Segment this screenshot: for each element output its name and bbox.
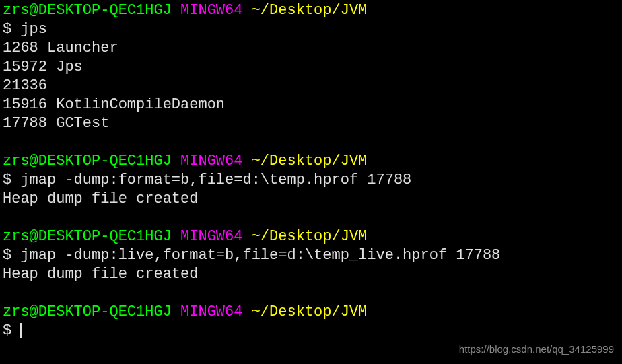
user-host: zrs@DESKTOP-QEC1HGJ xyxy=(3,2,172,19)
blank-line xyxy=(3,209,619,227)
prompt-symbol: $ xyxy=(3,21,11,38)
env-label: MINGW64 xyxy=(180,153,242,170)
blank-line xyxy=(3,284,619,303)
command-text: jmap -dump:live,format=b,file=d:\temp_li… xyxy=(20,247,500,264)
prompt-line: zrs@DESKTOP-QEC1HGJ MINGW64 ~/Desktop/JV… xyxy=(3,1,619,20)
env-label: MINGW64 xyxy=(180,228,242,245)
watermark-text: https://blog.csdn.net/qq_34125999 xyxy=(459,340,614,359)
output-line: 1268 Launcher xyxy=(3,39,619,58)
cwd-path: ~/Desktop/JVM xyxy=(252,2,368,19)
output-line: 15972 Jps xyxy=(3,58,619,77)
command-text: jps xyxy=(20,21,47,38)
prompt-symbol: $ xyxy=(3,247,11,264)
prompt-symbol: $ xyxy=(3,172,11,188)
user-host: zrs@DESKTOP-QEC1HGJ xyxy=(3,303,172,320)
terminal-window[interactable]: zrs@DESKTOP-QEC1HGJ MINGW64 ~/Desktop/JV… xyxy=(3,1,619,340)
cursor-icon xyxy=(20,323,22,338)
env-label: MINGW64 xyxy=(180,303,242,320)
cwd-path: ~/Desktop/JVM xyxy=(252,153,368,170)
cwd-path: ~/Desktop/JVM xyxy=(252,228,368,245)
blank-line xyxy=(3,133,619,152)
output-line: 17788 GCTest xyxy=(3,114,619,133)
prompt-line: zrs@DESKTOP-QEC1HGJ MINGW64 ~/Desktop/JV… xyxy=(3,152,619,171)
output-line: Heap dump file created xyxy=(3,265,619,284)
command-line: $ jmap -dump:live,format=b,file=d:\temp_… xyxy=(3,246,619,265)
command-text: jmap -dump:format=b,file=d:\temp.hprof 1… xyxy=(20,172,411,188)
command-line: $ jmap -dump:format=b,file=d:\temp.hprof… xyxy=(3,171,619,190)
command-input-line[interactable]: $ xyxy=(3,322,619,340)
prompt-line: zrs@DESKTOP-QEC1HGJ MINGW64 ~/Desktop/JV… xyxy=(3,227,619,246)
env-label: MINGW64 xyxy=(180,2,242,19)
user-host: zrs@DESKTOP-QEC1HGJ xyxy=(3,228,172,245)
prompt-symbol: $ xyxy=(3,322,11,339)
output-line: 15916 KotlinCompileDaemon xyxy=(3,96,619,114)
output-line: 21336 xyxy=(3,77,619,96)
command-line: $ jps xyxy=(3,20,619,39)
prompt-line: zrs@DESKTOP-QEC1HGJ MINGW64 ~/Desktop/JV… xyxy=(3,303,619,322)
output-line: Heap dump file created xyxy=(3,190,619,209)
cwd-path: ~/Desktop/JVM xyxy=(252,303,368,320)
user-host: zrs@DESKTOP-QEC1HGJ xyxy=(3,153,172,170)
